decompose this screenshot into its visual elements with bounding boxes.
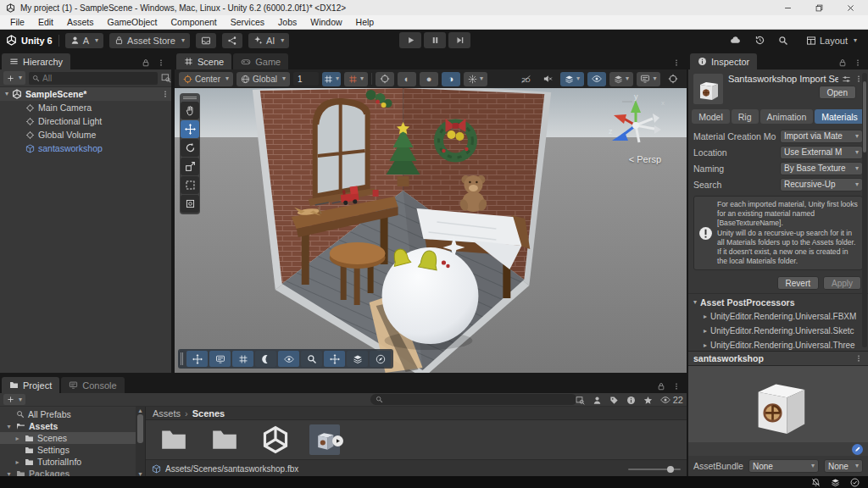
project-search-input[interactable] [386,395,572,404]
assetbundle-variant-dropdown[interactable]: None▾ [824,459,863,473]
lock-icon[interactable] [142,58,150,67]
postprocessor-row[interactable]: ▸UnityEditor.Rendering.Universal.Three [688,338,868,351]
hierarchy-item-main-camera[interactable]: Main Camera [0,101,171,114]
search-button[interactable] [778,36,788,46]
close-button[interactable] [846,3,855,13]
transform-tool-button[interactable] [181,195,199,213]
menu-services[interactable]: Services [224,17,271,27]
breadcrumb-assets[interactable]: Assets [153,408,181,419]
kebab-menu-icon[interactable] [161,90,170,98]
menu-jobs[interactable]: Jobs [271,17,303,27]
scene-visibility-toggle[interactable] [587,72,606,86]
audio-toggle[interactable] [538,72,557,86]
lighting-toggle[interactable]: ● [420,72,438,86]
notifications-muted-icon[interactable] [811,478,821,487]
tab-model[interactable]: Model [692,109,730,124]
hierarchy-item-santasworkshop[interactable]: santasworkshop [0,141,171,155]
2d-toggle[interactable] [516,72,535,86]
tool-handle-position-dropdown[interactable]: Center▾ [179,72,233,86]
hierarchy-search-input[interactable] [42,74,154,83]
tab-hierarchy[interactable]: Hierarchy [2,53,70,69]
assetbundle-dropdown[interactable]: None▾ [748,459,819,473]
overlay-view-options-button[interactable] [209,351,231,367]
lock-icon[interactable] [657,382,665,391]
menu-assets[interactable]: Assets [60,17,101,27]
preview-header[interactable]: santasworkshop [688,351,868,366]
lock-icon[interactable] [838,58,847,67]
overlay-cloud-button[interactable] [347,351,368,367]
type-filter-icon[interactable] [626,396,636,405]
increment-snap-dropdown[interactable]: ▾ [344,72,368,86]
kebab-menu-icon[interactable] [854,354,863,363]
pause-button[interactable] [424,32,446,48]
asset-preview[interactable] [688,366,868,442]
breadcrumb-scenes[interactable]: Scenes [192,408,225,419]
physics-debug-toggle[interactable] [376,72,394,86]
perspective-label[interactable]: < Persp [629,154,661,164]
inspector-scrollbar[interactable] [862,73,867,347]
tab-rig[interactable]: Rig [732,109,759,124]
apply-button[interactable]: Apply [823,276,861,290]
hierarchy-add-button[interactable]: ▾ [3,71,25,85]
tree-tutorialinfo[interactable]: ▸ TutorialInfo [0,456,136,468]
axis-x-cone[interactable] [614,114,626,124]
hierarchy-item-global-volume[interactable]: Global Volume [0,128,171,141]
scale-tool-button[interactable] [181,158,199,175]
tab-materials[interactable]: Materials [815,109,865,124]
project-add-button[interactable]: ▾ [3,394,25,405]
hierarchy-item-directional-light[interactable]: Directional Light [0,114,171,128]
thumbnail-zoom-slider[interactable] [628,469,681,470]
tab-console[interactable]: Console [61,377,124,393]
asset-store-button[interactable]: Asset Store▾ [109,33,190,48]
asset-postprocessors-header[interactable]: ▾ Asset PostProcessors [688,294,868,309]
prefab-filter-icon[interactable] [593,396,602,405]
tab-inspector[interactable]: Inspector [690,53,757,69]
favorites-icon[interactable] [643,396,653,405]
orientation-gizmo[interactable]: y x z [605,93,666,154]
hierarchy-scene-row[interactable]: ▾ SampleScene* [0,87,171,101]
shaded-mode-toggle[interactable]: ◐ [398,72,416,86]
folder-asset[interactable] [158,424,190,455]
overlay-lighting-button[interactable] [255,351,276,367]
location-dropdown[interactable]: Use External M▾ [780,146,863,159]
flare-dropdown[interactable]: ▾ [464,72,487,86]
tool-handle-rotation-dropdown[interactable]: Global▾ [236,72,290,86]
gizmos-button[interactable] [664,72,682,86]
overlay-move-button[interactable] [186,351,208,367]
overlay-drag-handle[interactable] [181,352,183,365]
presets-icon[interactable] [842,75,851,84]
restore-button[interactable] [815,3,824,13]
menu-window[interactable]: Window [303,17,348,27]
background-tasks-icon[interactable] [831,478,840,487]
kebab-menu-icon[interactable] [854,58,862,67]
project-search[interactable] [370,394,577,405]
overlay-navigation-button[interactable] [370,351,391,367]
menu-file[interactable]: File [3,17,31,27]
overlay-drag-handle[interactable] [183,97,197,99]
revert-button[interactable]: Revert [777,276,819,290]
fbx-asset-santasworkshop[interactable] [309,424,341,455]
postprocessor-row[interactable]: ▸UnityEditor.Rendering.Universal.Sketc [688,324,868,338]
tab-project[interactable]: Project [2,377,59,393]
preview-play-badge[interactable] [332,435,343,446]
label-filter-icon[interactable] [609,396,619,405]
account-button[interactable]: A▾ [65,33,103,48]
overlay-search-button[interactable] [301,351,322,367]
step-button[interactable] [448,32,470,48]
move-tool-button[interactable] [181,120,199,138]
play-button[interactable] [399,32,421,48]
overlay-visibility-button[interactable] [278,351,299,367]
project-content-grid[interactable] [146,420,687,459]
tab-game[interactable]: Game [233,53,288,69]
rect-tool-button[interactable] [181,176,199,194]
menu-component[interactable]: Component [164,17,223,27]
tab-animation[interactable]: Animation [760,109,814,124]
camera-overlay-dropdown[interactable]: ▾ [637,72,660,86]
preview-edit-button[interactable] [852,444,863,455]
tree-settings[interactable]: Settings [0,444,136,456]
naming-dropdown[interactable]: By Base Texture▾ [780,162,863,175]
overlay-gizmo-button[interactable] [324,351,345,367]
ai-button[interactable]: AI▾ [248,33,289,48]
kebab-menu-icon[interactable] [672,382,681,391]
tree-assets[interactable]: ▾ Assets [0,420,136,432]
